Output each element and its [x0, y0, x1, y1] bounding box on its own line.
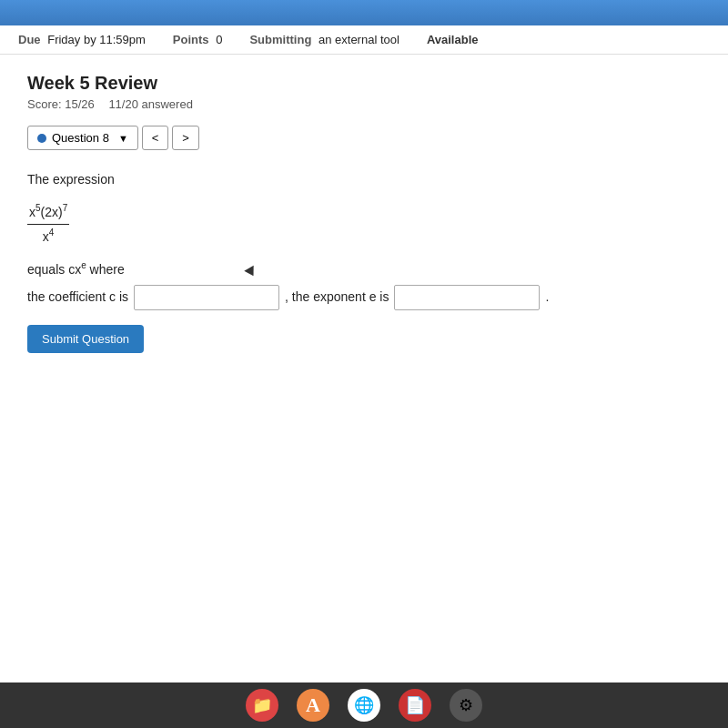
page-header: Due Friday by 11:59pm Points 0 Submittin…: [0, 25, 728, 55]
exponent-input[interactable]: [394, 285, 540, 310]
fraction-numerator: x5(2x)7: [27, 200, 69, 225]
points-value: 0: [216, 33, 222, 46]
question-dot: [37, 134, 46, 143]
coefficient-input[interactable]: [134, 285, 279, 310]
taskbar-icon-a[interactable]: A: [297, 689, 329, 722]
due-label: Due: [18, 33, 41, 46]
submitting-value: an external tool: [318, 33, 399, 46]
question-label: Question 8: [52, 131, 109, 145]
taskbar-icon-settings[interactable]: ⚙: [450, 689, 482, 722]
coefficient-label: the coefficient c is: [27, 286, 128, 308]
submitting-label: Submitting: [249, 33, 311, 46]
taskbar-icon-doc[interactable]: 📄: [399, 689, 431, 722]
equals-line: equals cxe where: [27, 258, 701, 281]
answer-line: the coefficient c is , the exponent e is…: [27, 285, 701, 310]
available-label: Available: [427, 33, 479, 46]
answered-value: 11/20 answered: [108, 97, 193, 111]
dropdown-arrow-icon: ▼: [118, 133, 128, 144]
next-arrow-icon: >: [182, 131, 189, 145]
period: .: [545, 286, 549, 308]
next-question-button[interactable]: >: [172, 126, 199, 150]
taskbar-icon-folder[interactable]: 📁: [246, 689, 278, 722]
points-label: Points: [173, 33, 209, 46]
taskbar-icon-chrome[interactable]: 🌐: [348, 689, 380, 722]
question-dropdown[interactable]: Question 8 ▼: [27, 126, 138, 150]
prev-question-button[interactable]: <: [142, 126, 169, 150]
score-line: Score: 15/26 11/20 answered: [27, 97, 701, 111]
submit-question-button[interactable]: Submit Question: [27, 325, 144, 353]
equals-text: equals cxe where: [27, 262, 125, 277]
fraction-denominator: x4: [41, 225, 56, 248]
score-value: 15/26: [65, 97, 95, 111]
prev-arrow-icon: <: [152, 131, 159, 145]
question-intro: The expression: [27, 168, 701, 191]
score-label: Score:: [27, 97, 62, 111]
quiz-title: Week 5 Review: [27, 73, 701, 94]
bottom-taskbar: 📁 A 🌐 📄 ⚙: [0, 682, 728, 728]
math-expression: x5(2x)7 x4: [27, 197, 701, 252]
due-value: Friday by 11:59pm: [47, 33, 146, 46]
taskbar-top: [0, 0, 728, 25]
exponent-label: , the exponent e is: [285, 286, 389, 308]
